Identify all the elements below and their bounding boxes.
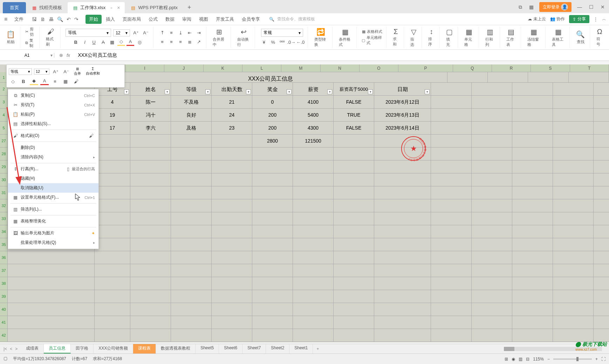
currency-icon[interactable]: ¥ [260, 38, 268, 46]
cell[interactable] [171, 173, 212, 186]
clear-fmt-icon[interactable]: ◇ [9, 77, 17, 85]
print-icon[interactable]: 🖶 [49, 16, 54, 22]
cell[interactable] [472, 173, 512, 186]
cm-delete[interactable]: 删除(D) [8, 143, 98, 152]
cell[interactable]: 2023年6月12日 [374, 96, 431, 108]
col-header[interactable]: Q [453, 64, 492, 72]
title-cell[interactable]: XXX公司员工信息 [94, 72, 447, 82]
cell[interactable] [8, 277, 95, 290]
cell[interactable] [252, 316, 293, 329]
tab-ppt[interactable]: ▧WPS PPT教程.pptx [125, 2, 183, 13]
cell[interactable] [431, 109, 472, 121]
cell[interactable] [293, 173, 334, 186]
cell[interactable] [212, 277, 252, 290]
cm-format-brush[interactable]: 🖌格式刷(O)🖌 [8, 131, 98, 140]
cell[interactable] [8, 251, 95, 264]
cell[interactable]: 4300 [293, 122, 334, 134]
cell[interactable] [553, 212, 594, 225]
cell[interactable] [512, 251, 553, 264]
cell-format[interactable]: ▦单元格 [463, 27, 475, 48]
cell[interactable]: 2023年6月13日 [374, 109, 431, 121]
cell[interactable] [374, 264, 431, 277]
sheet-tab[interactable]: Sheet2 [266, 344, 289, 353]
menu-tab-data[interactable]: 数据 [162, 15, 178, 24]
cell[interactable] [553, 264, 594, 277]
sheet-tab[interactable]: Sheet6 [219, 344, 242, 353]
cell[interactable] [374, 199, 431, 212]
cell[interactable] [553, 186, 594, 199]
col-header[interactable]: J [164, 64, 203, 72]
cell[interactable] [130, 199, 171, 212]
number-format-select[interactable]: 常规▾ [261, 29, 303, 37]
cell[interactable] [252, 329, 293, 342]
cell[interactable] [212, 238, 252, 251]
mini-merge[interactable]: ⊞合并 [73, 67, 82, 76]
cell[interactable] [212, 135, 252, 147]
cell[interactable] [334, 199, 374, 212]
cell[interactable] [553, 225, 594, 238]
find[interactable]: 🔍查找 [575, 29, 586, 45]
grow-font-icon[interactable]: A⁺ [52, 68, 60, 75]
row-header[interactable]: 38 [0, 277, 8, 290]
filter[interactable]: ▽筛选 [409, 27, 418, 48]
row-header[interactable]: 37 [0, 264, 8, 277]
mini-font-select[interactable]: 等线▾ [9, 68, 32, 75]
menu-tab-view[interactable]: 视图 [196, 15, 212, 24]
cell[interactable]: 200 [252, 122, 293, 134]
cell[interactable] [374, 186, 431, 199]
cell[interactable] [171, 277, 212, 290]
row-header[interactable]: 39 [0, 290, 8, 303]
filter-dropdown-icon[interactable]: ▾ [246, 89, 251, 94]
cell[interactable] [512, 135, 553, 147]
cell[interactable] [212, 264, 252, 277]
cell[interactable] [252, 225, 293, 238]
chevron-down-icon[interactable]: ▾ [50, 53, 53, 58]
col-header[interactable]: K [204, 64, 242, 72]
cloud-status[interactable]: ☁ 未上云 [528, 16, 546, 22]
shrink-font-icon[interactable]: A⁻ [142, 29, 150, 37]
menu-tab-start[interactable]: 开始 [85, 15, 102, 24]
align-bot-icon[interactable]: ⤓ [177, 29, 184, 37]
cell[interactable] [334, 277, 374, 290]
cell[interactable] [528, 72, 568, 82]
freeze-panes[interactable]: ▦冻结窗格 [526, 27, 542, 48]
inc-dec-icon[interactable]: .0→ [287, 38, 295, 46]
sort[interactable]: ↕排序 [427, 27, 436, 48]
col-薪资高于[interactable]: 薪资高于5000▾ [334, 83, 374, 95]
cell[interactable] [171, 225, 212, 238]
col-header[interactable]: M [281, 64, 320, 72]
border-icon[interactable]: ▦ [108, 38, 116, 46]
cell[interactable] [212, 212, 252, 225]
cell[interactable]: FALSE [334, 96, 374, 108]
align-left-icon[interactable]: ≡ [158, 38, 166, 46]
worksheet[interactable]: ▤工作表 [505, 27, 517, 48]
cell[interactable] [293, 329, 334, 342]
row-header[interactable]: 30 [0, 173, 8, 186]
cell[interactable]: 冯十 [130, 109, 171, 121]
cell[interactable] [334, 160, 374, 173]
cell[interactable] [130, 238, 171, 251]
col-header[interactable]: R [492, 64, 531, 72]
cm-clear[interactable]: 清除内容(N)▸ [8, 152, 98, 162]
filter-dropdown-icon[interactable]: ▾ [425, 89, 430, 94]
cell[interactable] [472, 251, 512, 264]
italic-icon[interactable]: I [81, 38, 89, 46]
cell[interactable] [130, 303, 171, 316]
cell[interactable] [293, 303, 334, 316]
sheet-tab[interactable]: Sheet7 [242, 344, 266, 353]
view-normal-icon[interactable]: ⊞ [505, 357, 508, 362]
minimize-icon[interactable]: — [576, 4, 583, 10]
cell[interactable] [95, 264, 130, 277]
cell[interactable]: 2800 [252, 135, 293, 147]
cell[interactable] [431, 160, 472, 173]
cell[interactable] [553, 238, 594, 251]
cell[interactable] [293, 238, 334, 251]
collab-button[interactable]: 👥 协作 [550, 16, 565, 22]
cell[interactable]: 2023年6月14日 [374, 122, 431, 134]
cell[interactable] [130, 173, 171, 186]
cell[interactable] [334, 329, 374, 342]
cell[interactable] [472, 303, 512, 316]
cell[interactable] [212, 303, 252, 316]
row-header[interactable]: 35 [0, 238, 8, 251]
cell[interactable]: 17 [95, 122, 130, 134]
